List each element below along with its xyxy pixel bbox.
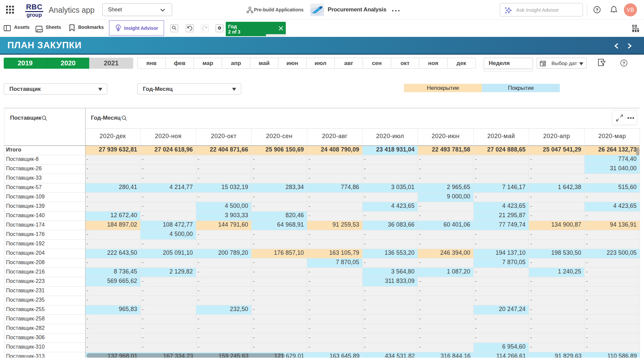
- svg-text:?: ?: [596, 7, 598, 12]
- svg-text:?: ?: [623, 61, 625, 66]
